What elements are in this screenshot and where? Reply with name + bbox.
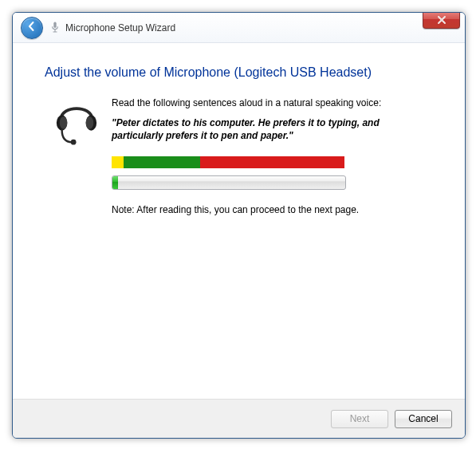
footer-bar: Next Cancel <box>13 399 465 438</box>
content-area: Adjust the volume of Microphone (Logitec… <box>13 43 465 223</box>
volume-range-indicator <box>112 156 344 168</box>
volume-level-bar <box>112 175 346 190</box>
right-column: Read the following sentences aloud in a … <box>108 97 433 215</box>
back-button[interactable] <box>21 17 43 39</box>
window-title: Microphone Setup Wizard <box>65 22 175 33</box>
window-outer: Microphone Setup Wizard Adjust the volum… <box>0 0 476 449</box>
window-frame: Microphone Setup Wizard Adjust the volum… <box>12 12 466 439</box>
svg-point-7 <box>71 140 77 145</box>
meter-red-zone <box>200 156 344 168</box>
page-heading: Adjust the volume of Microphone (Logitec… <box>45 65 433 80</box>
note-text: Note: After reading this, you can procee… <box>112 204 433 215</box>
instruction-text: Read the following sentences aloud in a … <box>112 97 433 108</box>
meter-green-zone <box>124 156 200 168</box>
close-button[interactable] <box>423 12 460 29</box>
microphone-icon <box>51 21 61 35</box>
svg-rect-0 <box>53 22 56 28</box>
meter-yellow-zone <box>112 156 124 168</box>
back-arrow-icon <box>26 21 37 34</box>
next-button[interactable]: Next <box>331 410 388 428</box>
headset-icon <box>45 97 108 215</box>
svg-point-4 <box>60 116 68 128</box>
body-row: Read the following sentences aloud in a … <box>45 97 433 215</box>
header-bar: Microphone Setup Wizard <box>13 13 465 43</box>
cancel-button[interactable]: Cancel <box>395 410 452 428</box>
quote-text: "Peter dictates to his computer. He pref… <box>112 116 433 142</box>
close-icon <box>437 15 446 25</box>
svg-point-6 <box>86 116 94 128</box>
volume-level-fill <box>112 176 118 189</box>
